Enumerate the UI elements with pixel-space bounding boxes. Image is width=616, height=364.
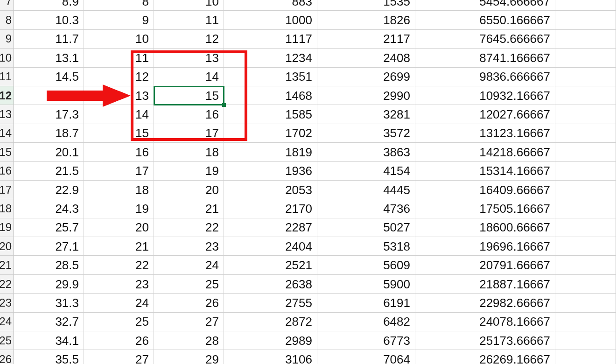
cell[interactable]: 2404 <box>224 237 317 256</box>
cell[interactable]: 12 <box>84 68 154 86</box>
cell[interactable]: 12027.66667 <box>415 105 555 124</box>
cell[interactable] <box>555 237 616 256</box>
cell[interactable]: 2117 <box>317 30 415 49</box>
cell[interactable]: 20791.66667 <box>415 256 555 274</box>
cell[interactable]: 14 <box>84 105 154 124</box>
row-header[interactable]: 15 <box>0 143 14 161</box>
cell[interactable]: 20.1 <box>14 143 84 161</box>
cell[interactable]: 1585 <box>224 105 317 124</box>
cell[interactable]: 17 <box>154 124 224 143</box>
cell[interactable]: 10.3 <box>14 11 84 29</box>
cell[interactable]: 15314.16667 <box>415 162 555 181</box>
cell[interactable]: 2053 <box>224 181 317 199</box>
cell[interactable]: 2408 <box>317 49 415 67</box>
cell[interactable]: 24078.16667 <box>415 313 555 331</box>
cell[interactable]: 2170 <box>224 199 317 218</box>
cell[interactable]: 11.7 <box>14 30 84 49</box>
cell[interactable] <box>555 294 616 312</box>
cell[interactable]: 14.5 <box>14 68 84 86</box>
cell[interactable]: 11 <box>84 49 154 67</box>
cell[interactable]: 9836.666667 <box>415 68 555 86</box>
cell[interactable]: 29 <box>154 350 224 364</box>
cell[interactable]: 6550.166667 <box>415 11 555 29</box>
cell[interactable]: 35.5 <box>14 350 84 364</box>
cell[interactable]: 2699 <box>317 68 415 86</box>
cell[interactable]: 28 <box>154 331 224 350</box>
cell[interactable]: 15 <box>154 86 224 105</box>
cell[interactable]: 6191 <box>317 294 415 312</box>
cell[interactable]: 5318 <box>317 237 415 256</box>
row-header[interactable]: 25 <box>0 331 14 350</box>
cell[interactable]: 24 <box>154 256 224 274</box>
row-header[interactable]: 16 <box>0 162 14 181</box>
cell[interactable]: 27 <box>84 350 154 364</box>
row-header[interactable]: 17 <box>0 181 14 199</box>
cell[interactable]: 21.5 <box>14 162 84 181</box>
cell[interactable]: 17 <box>84 162 154 181</box>
cell[interactable]: 19 <box>154 162 224 181</box>
cell[interactable]: 26269.16667 <box>415 350 555 364</box>
cell[interactable]: 29.9 <box>14 275 84 294</box>
cell[interactable] <box>555 124 616 143</box>
cell[interactable]: 4154 <box>317 162 415 181</box>
cell[interactable]: 1819 <box>224 143 317 161</box>
cell[interactable] <box>555 218 616 237</box>
cell[interactable] <box>555 49 616 67</box>
cell[interactable]: 24 <box>84 294 154 312</box>
cell[interactable]: 25.7 <box>14 218 84 237</box>
row-header[interactable]: 19 <box>0 218 14 237</box>
cell[interactable] <box>555 313 616 331</box>
cell[interactable]: 18.7 <box>14 124 84 143</box>
cell[interactable]: 6482 <box>317 313 415 331</box>
cell[interactable]: 8 <box>84 0 154 11</box>
cell[interactable]: 27.1 <box>14 237 84 256</box>
cell[interactable]: 13123.16667 <box>415 124 555 143</box>
cell[interactable]: 11 <box>154 11 224 29</box>
row-header[interactable]: 7 <box>0 0 14 11</box>
row-header[interactable]: 26 <box>0 350 14 364</box>
cell[interactable]: 1468 <box>224 86 317 105</box>
cell[interactable]: 5027 <box>317 218 415 237</box>
cell[interactable]: 2872 <box>224 313 317 331</box>
cell[interactable]: 2989 <box>224 331 317 350</box>
cell[interactable]: 15 <box>84 124 154 143</box>
cell[interactable]: 28.5 <box>14 256 84 274</box>
cell[interactable]: 7645.666667 <box>415 30 555 49</box>
cell[interactable]: 2755 <box>224 294 317 312</box>
cell[interactable]: 5900 <box>317 275 415 294</box>
row-header[interactable]: 14 <box>0 124 14 143</box>
row-header[interactable]: 12 <box>0 86 14 105</box>
row-header[interactable]: 9 <box>0 30 14 49</box>
cell[interactable]: 14218.66667 <box>415 143 555 161</box>
cell[interactable]: 1702 <box>224 124 317 143</box>
cell[interactable] <box>555 68 616 86</box>
cell[interactable]: 23 <box>154 237 224 256</box>
cell[interactable]: 10 <box>154 0 224 11</box>
cell[interactable]: 21 <box>84 237 154 256</box>
cell[interactable]: 7064 <box>317 350 415 364</box>
cell[interactable] <box>555 143 616 161</box>
cell[interactable]: 1351 <box>224 68 317 86</box>
cell[interactable] <box>555 331 616 350</box>
cell[interactable]: 9 <box>84 11 154 29</box>
row-header[interactable]: 13 <box>0 105 14 124</box>
cell[interactable]: 4445 <box>317 181 415 199</box>
cell[interactable]: 1535 <box>317 0 415 11</box>
cell[interactable] <box>555 275 616 294</box>
cell[interactable]: 22.9 <box>14 181 84 199</box>
cell[interactable]: 15.9 <box>14 86 84 105</box>
cell[interactable]: 18600.66667 <box>415 218 555 237</box>
cell[interactable]: 19696.16667 <box>415 237 555 256</box>
row-header[interactable]: 10 <box>0 49 14 67</box>
cell[interactable]: 16 <box>154 105 224 124</box>
cell[interactable]: 27 <box>154 313 224 331</box>
cell[interactable]: 25 <box>84 313 154 331</box>
cell[interactable]: 12 <box>154 30 224 49</box>
cell[interactable]: 2990 <box>317 86 415 105</box>
cell[interactable]: 8741.166667 <box>415 49 555 67</box>
cell[interactable]: 6773 <box>317 331 415 350</box>
cell[interactable]: 883 <box>224 0 317 11</box>
cell[interactable]: 19 <box>84 199 154 218</box>
cell[interactable]: 18 <box>84 181 154 199</box>
cell[interactable]: 21887.16667 <box>415 275 555 294</box>
